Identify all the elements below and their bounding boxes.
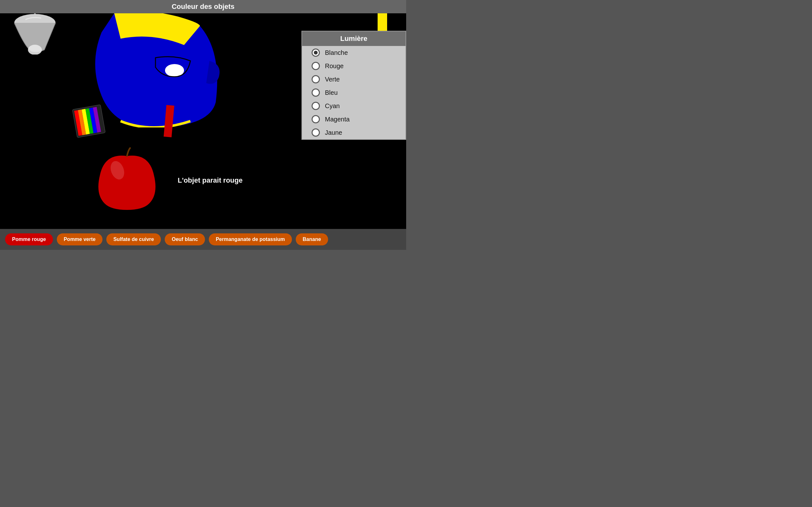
toolbar-btn-oeuf[interactable]: Oeuf blanc <box>165 233 205 245</box>
radio-label-magenta: Magenta <box>325 116 350 123</box>
radio-label-rouge: Rouge <box>325 62 344 70</box>
radio-circle-rouge <box>312 62 320 70</box>
radio-circle-magenta <box>312 115 320 123</box>
radio-label-verte: Verte <box>325 76 340 83</box>
radio-circle-jaune <box>312 128 320 137</box>
radio-circle-blanche <box>312 49 320 57</box>
face-illustration <box>89 13 222 127</box>
radio-option-verte[interactable]: Verte <box>302 73 406 86</box>
toolbar-btn-pomme-verte[interactable]: Pomme verte <box>57 233 103 245</box>
light-panel-header: Lumière <box>302 32 406 46</box>
radio-option-rouge[interactable]: Rouge <box>302 59 406 73</box>
radio-circle-cyan <box>312 102 320 110</box>
radio-options-list: BlancheRougeVerteBleuCyanMagentaJaune <box>302 46 406 139</box>
toolbar-btn-pomme-rouge[interactable]: Pomme rouge <box>5 233 53 245</box>
toolbar-btn-sulfate[interactable]: Sulfate de cuivre <box>106 233 161 245</box>
rainbow-prism <box>70 103 107 139</box>
svg-point-1 <box>28 45 42 55</box>
object-appearance-text: L'objet parait rouge <box>178 176 243 184</box>
toolbar-btn-permanganate[interactable]: Permanganate de potassium <box>209 233 292 245</box>
yellow-stripe <box>377 13 387 32</box>
lamp-icon <box>6 13 57 55</box>
apple-icon <box>95 147 159 210</box>
radio-circle-verte <box>312 75 320 83</box>
radio-option-cyan[interactable]: Cyan <box>302 99 406 113</box>
toolbar: Pomme rougePomme verteSulfate de cuivreO… <box>0 229 406 250</box>
radio-label-bleu: Bleu <box>325 89 338 96</box>
radio-label-cyan: Cyan <box>325 102 340 110</box>
toolbar-btn-banane[interactable]: Banane <box>296 233 328 245</box>
radio-option-blanche[interactable]: Blanche <box>302 46 406 59</box>
radio-label-blanche: Blanche <box>325 49 348 56</box>
page-title: Couleur des objets <box>0 0 406 13</box>
radio-option-magenta[interactable]: Magenta <box>302 113 406 126</box>
scene: L'objet parait rouge Lumière BlancheRoug… <box>0 13 406 229</box>
light-panel: Lumière BlancheRougeVerteBleuCyanMagenta… <box>301 31 406 140</box>
radio-option-bleu[interactable]: Bleu <box>302 86 406 99</box>
radio-option-jaune[interactable]: Jaune <box>302 126 406 139</box>
radio-label-jaune: Jaune <box>325 129 342 136</box>
radio-circle-bleu <box>312 89 320 97</box>
